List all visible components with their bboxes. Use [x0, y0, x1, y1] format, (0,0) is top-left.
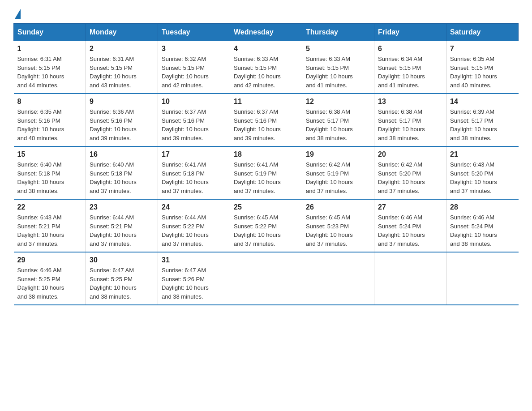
calendar-cell: 10 Sunrise: 6:37 AM Sunset: 5:16 PM Dayl… [158, 94, 230, 146]
day-number: 11 [234, 98, 298, 106]
calendar-cell: 9 Sunrise: 6:36 AM Sunset: 5:16 PM Dayli… [86, 94, 158, 146]
day-number: 6 [378, 45, 442, 53]
calendar-cell [446, 252, 519, 305]
calendar-cell: 15 Sunrise: 6:40 AM Sunset: 5:18 PM Dayl… [14, 146, 86, 199]
calendar-header-row: SundayMondayTuesdayWednesdayThursdayFrid… [14, 24, 519, 41]
day-number: 28 [450, 203, 515, 211]
day-info: Sunrise: 6:44 AM Sunset: 5:21 PM Dayligh… [90, 213, 154, 248]
calendar-week-row: 15 Sunrise: 6:40 AM Sunset: 5:18 PM Dayl… [14, 146, 519, 199]
day-info: Sunrise: 6:35 AM Sunset: 5:15 PM Dayligh… [450, 55, 515, 90]
calendar-week-row: 8 Sunrise: 6:35 AM Sunset: 5:16 PM Dayli… [14, 94, 519, 146]
calendar-cell: 4 Sunrise: 6:33 AM Sunset: 5:15 PM Dayli… [230, 41, 302, 94]
day-info: Sunrise: 6:37 AM Sunset: 5:16 PM Dayligh… [162, 107, 226, 142]
day-info: Sunrise: 6:46 AM Sunset: 5:25 PM Dayligh… [17, 266, 82, 301]
column-header-saturday: Saturday [446, 24, 519, 41]
day-info: Sunrise: 6:41 AM Sunset: 5:18 PM Dayligh… [162, 160, 226, 195]
calendar-cell: 27 Sunrise: 6:46 AM Sunset: 5:24 PM Dayl… [374, 199, 446, 252]
calendar-cell: 20 Sunrise: 6:42 AM Sunset: 5:20 PM Dayl… [374, 146, 446, 199]
day-number: 17 [162, 150, 226, 158]
day-info: Sunrise: 6:42 AM Sunset: 5:20 PM Dayligh… [378, 160, 442, 195]
calendar-cell: 18 Sunrise: 6:41 AM Sunset: 5:19 PM Dayl… [230, 146, 302, 199]
calendar-cell: 16 Sunrise: 6:40 AM Sunset: 5:18 PM Dayl… [86, 146, 158, 199]
day-number: 25 [234, 203, 298, 211]
day-info: Sunrise: 6:42 AM Sunset: 5:19 PM Dayligh… [306, 160, 370, 195]
page-header [13, 9, 519, 16]
calendar-cell: 8 Sunrise: 6:35 AM Sunset: 5:16 PM Dayli… [14, 94, 86, 146]
day-info: Sunrise: 6:33 AM Sunset: 5:15 PM Dayligh… [306, 55, 370, 90]
day-info: Sunrise: 6:31 AM Sunset: 5:15 PM Dayligh… [17, 55, 82, 90]
column-header-friday: Friday [374, 24, 446, 41]
calendar-cell [302, 252, 374, 305]
day-number: 2 [90, 45, 154, 53]
day-number: 8 [17, 98, 82, 106]
calendar-cell: 14 Sunrise: 6:39 AM Sunset: 5:17 PM Dayl… [446, 94, 519, 146]
day-info: Sunrise: 6:38 AM Sunset: 5:17 PM Dayligh… [378, 107, 442, 142]
day-number: 24 [162, 203, 226, 211]
day-number: 21 [450, 150, 515, 158]
calendar-cell: 5 Sunrise: 6:33 AM Sunset: 5:15 PM Dayli… [302, 41, 374, 94]
calendar-cell [374, 252, 446, 305]
column-header-wednesday: Wednesday [230, 24, 302, 41]
day-number: 26 [306, 203, 370, 211]
day-number: 29 [17, 256, 82, 264]
day-info: Sunrise: 6:31 AM Sunset: 5:15 PM Dayligh… [90, 55, 154, 90]
day-number: 14 [450, 98, 515, 106]
day-info: Sunrise: 6:40 AM Sunset: 5:18 PM Dayligh… [17, 160, 82, 195]
day-number: 5 [306, 45, 370, 53]
calendar-cell: 31 Sunrise: 6:47 AM Sunset: 5:26 PM Dayl… [158, 252, 230, 305]
calendar-cell: 24 Sunrise: 6:44 AM Sunset: 5:22 PM Dayl… [158, 199, 230, 252]
day-info: Sunrise: 6:41 AM Sunset: 5:19 PM Dayligh… [234, 160, 298, 195]
day-number: 10 [162, 98, 226, 106]
calendar-cell: 30 Sunrise: 6:47 AM Sunset: 5:25 PM Dayl… [86, 252, 158, 305]
column-header-thursday: Thursday [302, 24, 374, 41]
day-info: Sunrise: 6:34 AM Sunset: 5:15 PM Dayligh… [378, 55, 442, 90]
day-number: 30 [90, 256, 154, 264]
day-info: Sunrise: 6:39 AM Sunset: 5:17 PM Dayligh… [450, 107, 515, 142]
calendar-cell: 17 Sunrise: 6:41 AM Sunset: 5:18 PM Dayl… [158, 146, 230, 199]
calendar-cell: 6 Sunrise: 6:34 AM Sunset: 5:15 PM Dayli… [374, 41, 446, 94]
calendar-cell: 2 Sunrise: 6:31 AM Sunset: 5:15 PM Dayli… [86, 41, 158, 94]
calendar-cell [230, 252, 302, 305]
day-info: Sunrise: 6:43 AM Sunset: 5:20 PM Dayligh… [450, 160, 515, 195]
day-number: 13 [378, 98, 442, 106]
day-number: 22 [17, 203, 82, 211]
day-number: 20 [378, 150, 442, 158]
day-info: Sunrise: 6:38 AM Sunset: 5:17 PM Dayligh… [306, 107, 370, 142]
day-number: 18 [234, 150, 298, 158]
day-number: 31 [162, 256, 226, 264]
calendar-cell: 29 Sunrise: 6:46 AM Sunset: 5:25 PM Dayl… [14, 252, 86, 305]
column-header-monday: Monday [86, 24, 158, 41]
day-info: Sunrise: 6:45 AM Sunset: 5:23 PM Dayligh… [306, 213, 370, 248]
day-number: 12 [306, 98, 370, 106]
day-info: Sunrise: 6:32 AM Sunset: 5:15 PM Dayligh… [162, 55, 226, 90]
day-number: 1 [17, 45, 82, 53]
day-info: Sunrise: 6:45 AM Sunset: 5:22 PM Dayligh… [234, 213, 298, 248]
day-info: Sunrise: 6:44 AM Sunset: 5:22 PM Dayligh… [162, 213, 226, 248]
day-info: Sunrise: 6:43 AM Sunset: 5:21 PM Dayligh… [17, 213, 82, 248]
calendar-cell: 28 Sunrise: 6:46 AM Sunset: 5:24 PM Dayl… [446, 199, 519, 252]
calendar-cell: 26 Sunrise: 6:45 AM Sunset: 5:23 PM Dayl… [302, 199, 374, 252]
calendar-cell: 7 Sunrise: 6:35 AM Sunset: 5:15 PM Dayli… [446, 41, 519, 94]
calendar-cell: 19 Sunrise: 6:42 AM Sunset: 5:19 PM Dayl… [302, 146, 374, 199]
calendar-cell: 23 Sunrise: 6:44 AM Sunset: 5:21 PM Dayl… [86, 199, 158, 252]
calendar-cell: 11 Sunrise: 6:37 AM Sunset: 5:16 PM Dayl… [230, 94, 302, 146]
calendar-cell: 13 Sunrise: 6:38 AM Sunset: 5:17 PM Dayl… [374, 94, 446, 146]
calendar-cell: 22 Sunrise: 6:43 AM Sunset: 5:21 PM Dayl… [14, 199, 86, 252]
day-info: Sunrise: 6:36 AM Sunset: 5:16 PM Dayligh… [90, 107, 154, 142]
column-header-tuesday: Tuesday [158, 24, 230, 41]
calendar-table: SundayMondayTuesdayWednesdayThursdayFrid… [13, 23, 519, 305]
calendar-cell: 21 Sunrise: 6:43 AM Sunset: 5:20 PM Dayl… [446, 146, 519, 199]
day-info: Sunrise: 6:46 AM Sunset: 5:24 PM Dayligh… [378, 213, 442, 248]
calendar-week-row: 1 Sunrise: 6:31 AM Sunset: 5:15 PM Dayli… [14, 41, 519, 94]
day-info: Sunrise: 6:40 AM Sunset: 5:18 PM Dayligh… [90, 160, 154, 195]
calendar-cell: 25 Sunrise: 6:45 AM Sunset: 5:22 PM Dayl… [230, 199, 302, 252]
calendar-week-row: 22 Sunrise: 6:43 AM Sunset: 5:21 PM Dayl… [14, 199, 519, 252]
logo [13, 9, 21, 16]
day-number: 23 [90, 203, 154, 211]
column-header-sunday: Sunday [14, 24, 86, 41]
day-number: 16 [90, 150, 154, 158]
day-info: Sunrise: 6:35 AM Sunset: 5:16 PM Dayligh… [17, 107, 82, 142]
day-number: 27 [378, 203, 442, 211]
day-number: 19 [306, 150, 370, 158]
day-info: Sunrise: 6:47 AM Sunset: 5:25 PM Dayligh… [90, 266, 154, 301]
